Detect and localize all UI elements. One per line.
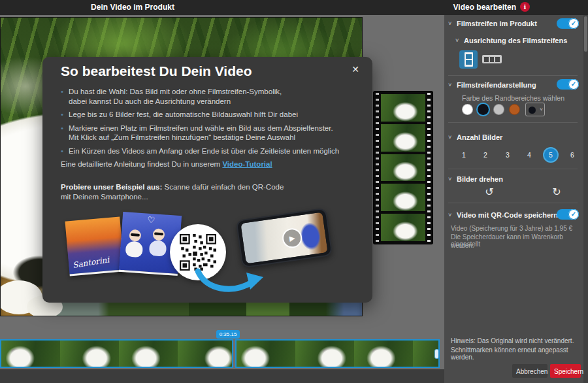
section-filmstrip-display[interactable]: ˅ Filmstreifendarstellung [448, 80, 536, 90]
divider [448, 75, 578, 76]
count-option-2[interactable]: 2 [478, 147, 493, 163]
save-button[interactable]: Speichern [550, 364, 581, 378]
timeline-frame[interactable] [295, 341, 354, 367]
hint-line: Hinweis: Das Original wird nicht verände… [451, 337, 574, 344]
play-icon: ▶ [281, 227, 303, 249]
timeline-frame[interactable] [60, 341, 119, 367]
filmstrip-frame[interactable] [381, 214, 425, 241]
custom-color-dot [529, 107, 536, 114]
filmstrip-frame[interactable] [381, 124, 425, 152]
smartphone-illustration: ▶ [236, 208, 333, 269]
dialog-title: So bearbeitest Du Dein Video [61, 63, 252, 79]
section-label: Bilder drehen [457, 175, 503, 183]
tutorial-text: Eine detaillierte Anleitung findest Du i… [61, 160, 222, 168]
count-option-4[interactable]: 4 [521, 147, 537, 163]
bullet-item: • Markiere einen Platz im Filmstreifen u… [61, 124, 355, 142]
orientation-vertical-button[interactable] [459, 50, 478, 69]
filmstrip-frame[interactable] [381, 94, 425, 122]
video-tutorial-link[interactable]: Video-Tutorial [222, 160, 272, 168]
section-save-with-qr[interactable]: ˅ Video mit QR-Code speichern [448, 210, 558, 220]
timeline-frame[interactable] [237, 341, 295, 367]
count-option-5-selected[interactable]: 5 [543, 147, 559, 163]
section-label: Ausrichtung des Filmstreifens [464, 37, 567, 44]
filmstrip-frame[interactable] [381, 154, 425, 182]
timeline-trim-handle[interactable] [434, 349, 439, 359]
timeline-timestamp-badge[interactable]: 0:35.15 [216, 330, 240, 339]
toggle-check-icon: ✓ [568, 18, 579, 29]
bullet-icon: • [61, 124, 63, 142]
chevron-down-icon: ˅ [448, 134, 453, 141]
chevron-down-icon: ˅ [448, 212, 453, 218]
cancel-button[interactable]: Abbrechen [512, 364, 547, 378]
bullet-icon: • [61, 110, 63, 120]
filmstrip-vertical[interactable] [374, 92, 433, 244]
bullet-item: • Lege bis zu 6 Bilder fest, die automat… [61, 110, 355, 120]
bullet-icon: • [61, 87, 63, 106]
filmstrip-toggle[interactable]: ✓ [557, 18, 579, 29]
toggle-check-icon: ✓ [568, 209, 579, 220]
chevron-down-icon: ˅ [448, 176, 453, 182]
save-info-line: werden. [451, 242, 474, 249]
smartphone-screen: ▶ [240, 212, 327, 264]
bullet-line: dabei kannst Du auch die Ausrichtung ver… [69, 97, 282, 107]
count-option-6[interactable]: 6 [564, 147, 580, 163]
border-color-label: Farbe des Randbereiches wählen [462, 94, 564, 102]
timeline-frame[interactable] [1, 341, 60, 367]
section-filmstrip-in-product[interactable]: ˅ Filmstreifen im Produkt [448, 18, 537, 29]
filmstrip-vertical-icon [465, 52, 473, 67]
color-swatch-white[interactable] [462, 104, 473, 115]
photobook-illustration: Santorini ♡ [66, 214, 181, 279]
bullet-item: • Ein Kürzen des Videos am Anfang oder E… [61, 146, 355, 156]
panel-scrollbar[interactable] [583, 15, 588, 383]
book-title-text: Santorini [72, 255, 110, 270]
timeline-frame[interactable] [178, 341, 233, 367]
bullet-icon: • [61, 146, 63, 156]
section-image-count[interactable]: ˅ Anzahl Bilder [448, 132, 502, 142]
section-rotate-images[interactable]: ˅ Bilder drehen [448, 174, 503, 184]
qr-save-toggle[interactable]: ✓ [557, 209, 579, 220]
color-swatch-black-selected[interactable] [478, 104, 489, 115]
scrollbar-thumb[interactable] [584, 16, 587, 52]
bottom-band [0, 369, 444, 383]
filmstrip-icon-cell [495, 57, 500, 62]
info-icon[interactable]: i [520, 2, 530, 12]
toggle-check-icon: ✓ [568, 79, 579, 90]
section-label: Anzahl Bilder [457, 133, 502, 141]
orientation-horizontal-button[interactable] [482, 55, 502, 63]
bullet-line: Ein Kürzen des Videos am Anfang oder End… [69, 146, 339, 156]
timeline-section-left[interactable] [0, 339, 233, 368]
color-swatch-gray[interactable] [493, 104, 504, 115]
color-picker-dropdown[interactable]: ˅ [525, 103, 545, 116]
dialog-bullet-list: • Du hast die Wahl: Das Bild mit oder oh… [61, 87, 355, 159]
count-option-3[interactable]: 3 [500, 147, 515, 163]
timeline-section-right[interactable] [235, 339, 440, 368]
chevron-down-icon: ˅ [455, 37, 461, 44]
divider [448, 203, 578, 203]
section-label: Video mit QR-Code speichern [457, 211, 558, 219]
timeline-frame[interactable] [119, 341, 178, 367]
rotate-right-icon[interactable]: ↻ [549, 185, 564, 199]
chevron-down-icon: ˅ [540, 107, 543, 112]
rotate-left-icon[interactable]: ↺ [482, 185, 497, 199]
filmstrip-icon-cell [490, 57, 495, 62]
color-swatch-orange[interactable] [509, 104, 520, 115]
photo-person [152, 228, 165, 241]
filmstrip-icon-cell [484, 57, 489, 62]
header-bar: Dein Video im Produkt Video bearbeiten i [0, 0, 588, 15]
divider [448, 169, 578, 169]
chevron-down-icon: ˅ [448, 82, 453, 88]
hint-line: Schnittmarken können erneut angepasst we… [451, 346, 583, 361]
section-orientation[interactable]: ˅ Ausrichtung des Filmstreifens [455, 35, 567, 46]
count-option-1[interactable]: 1 [456, 147, 472, 163]
help-dialog: So bearbeitest Du Dein Video ✕ • Du hast… [42, 57, 372, 303]
timeline-frame[interactable] [354, 341, 413, 367]
example-text: Scanne dafür einfach den QR-Code [162, 183, 284, 191]
divider [448, 122, 578, 123]
filmstrip-frame[interactable] [381, 184, 425, 211]
bullet-item: • Du hast die Wahl: Das Bild mit oder oh… [61, 87, 355, 106]
bullet-line: Lege bis zu 6 Bilder fest, die automatis… [69, 110, 298, 120]
photobook-left-page: Santorini [65, 216, 124, 276]
display-toggle[interactable]: ✓ [557, 79, 579, 90]
close-icon[interactable]: ✕ [349, 63, 362, 76]
section-label: Filmstreifendarstellung [457, 81, 536, 89]
